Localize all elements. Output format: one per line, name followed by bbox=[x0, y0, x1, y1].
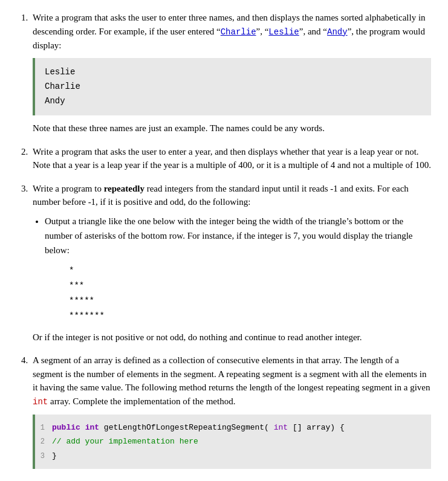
comment-text: // add your implementation here bbox=[52, 437, 198, 446]
keyword-int-param: int bbox=[274, 423, 288, 432]
code-line-charlie: Charlie bbox=[45, 80, 421, 94]
line-num-1: 1 bbox=[35, 422, 52, 435]
code-line-andy: Andy bbox=[45, 94, 421, 109]
q2-text: Write a program that asks the user to en… bbox=[33, 147, 431, 170]
keyword-public: public bbox=[52, 423, 80, 432]
q1-note: Note that these three names are just an … bbox=[33, 121, 431, 135]
questions-list: Write a program that asks the user to en… bbox=[17, 11, 431, 469]
triangle-display: * *** ***** ******* bbox=[69, 263, 431, 324]
q4-text-before: A segment of an array is defined as a co… bbox=[33, 355, 430, 392]
java-line-2: 2 // add your implementation here bbox=[35, 434, 431, 449]
q1-text: Write a program that asks the user to en… bbox=[33, 13, 426, 50]
q1-code-block: Leslie Charlie Andy bbox=[33, 58, 431, 115]
question-3: Write a program to repeatedly read integ… bbox=[30, 182, 431, 344]
q4-text-after: array. Complete the implementation of th… bbox=[48, 396, 235, 406]
space-2: getLengthOfLongestRepeatingSegment( bbox=[104, 423, 269, 432]
andy-link: Andy bbox=[327, 27, 348, 37]
q3-bullet-list: Output a triangle like the one below wit… bbox=[33, 214, 431, 324]
q3-bold: repeatedly bbox=[104, 184, 144, 193]
java-line-1: 1 public int getLengthOfLongestRepeating… bbox=[35, 421, 431, 435]
space-3: [] array) { bbox=[293, 423, 345, 432]
triangle-row-3: ***** bbox=[69, 294, 431, 309]
line-1-code: public int getLengthOfLongestRepeatingSe… bbox=[52, 421, 431, 434]
q3-text-before: Write a program to bbox=[33, 184, 104, 193]
q4-code-block: 1 public int getLengthOfLongestRepeating… bbox=[33, 415, 431, 470]
triangle-row-4: ******* bbox=[69, 309, 431, 324]
question-1: Write a program that asks the user to en… bbox=[30, 11, 431, 135]
charlie-link: Charlie bbox=[221, 27, 256, 37]
question-2: Write a program that asks the user to en… bbox=[30, 145, 431, 172]
triangle-row-2: *** bbox=[69, 279, 431, 294]
line-num-3: 3 bbox=[35, 450, 52, 463]
keyword-int-ret: int bbox=[85, 423, 99, 432]
q3-bullet-text: Output a triangle like the one below wit… bbox=[45, 216, 413, 255]
triangle-row-1: * bbox=[69, 263, 431, 279]
line-2-code: // add your implementation here bbox=[52, 434, 431, 448]
q3-or-text: Or if the integer is not positive or not… bbox=[33, 331, 431, 344]
code-line-leslie: Leslie bbox=[45, 65, 421, 80]
line-num-2: 2 bbox=[35, 436, 52, 449]
q3-bullet-item: Output a triangle like the one below wit… bbox=[45, 214, 431, 324]
q4-int-keyword: int bbox=[33, 397, 48, 407]
leslie-link: Leslie bbox=[268, 27, 299, 37]
line-3-code: } bbox=[52, 449, 431, 463]
question-4: A segment of an array is defined as a co… bbox=[30, 353, 431, 469]
java-line-3: 3 } bbox=[35, 449, 431, 463]
